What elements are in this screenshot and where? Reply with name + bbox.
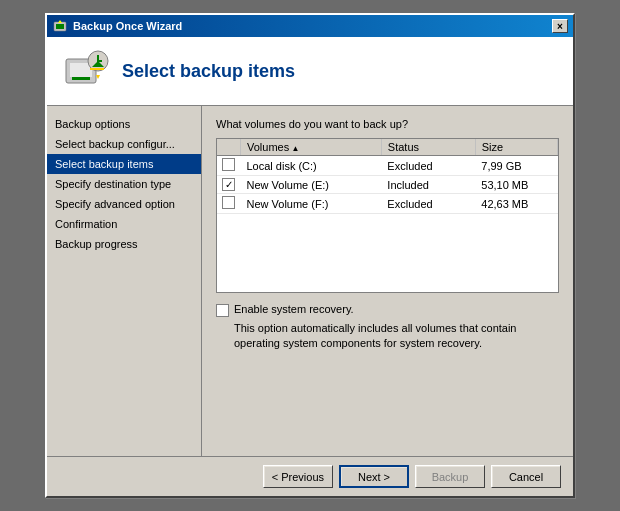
- footer: < Previous Next > Backup Cancel: [47, 456, 573, 496]
- sidebar-item-specify-destination[interactable]: Specify destination type: [47, 174, 201, 194]
- row1-checkbox[interactable]: [222, 158, 235, 171]
- cancel-button[interactable]: Cancel: [491, 465, 561, 488]
- previous-button[interactable]: < Previous: [263, 465, 333, 488]
- row3-checkbox[interactable]: [222, 196, 235, 209]
- row2-volume: New Volume (E:): [240, 176, 381, 194]
- title-bar-icon: [52, 18, 68, 34]
- table-row: ✓ New Volume (E:) Included 53,10 MB: [217, 176, 558, 194]
- row1-size: 7,99 GB: [475, 156, 557, 176]
- row3-size: 42,63 MB: [475, 194, 557, 214]
- system-recovery-checkbox[interactable]: [216, 304, 229, 317]
- wizard-header: Select backup items: [47, 37, 573, 106]
- sidebar: Backup options Select backup configur...…: [47, 106, 202, 456]
- system-recovery-label: Enable system recovery.: [234, 303, 354, 315]
- row2-checkbox-cell[interactable]: ✓: [217, 176, 240, 194]
- sidebar-item-confirmation[interactable]: Confirmation: [47, 214, 201, 234]
- wizard-header-title: Select backup items: [122, 61, 295, 82]
- backup-button[interactable]: Backup: [415, 465, 485, 488]
- system-recovery-section: Enable system recovery.: [216, 303, 559, 317]
- row2-checkbox[interactable]: ✓: [222, 178, 235, 191]
- row3-volume: New Volume (F:): [240, 194, 381, 214]
- row1-status: Excluded: [381, 156, 475, 176]
- table-row: Local disk (C:) Excluded 7,99 GB: [217, 156, 558, 176]
- wizard-header-icon: [62, 47, 110, 95]
- svg-rect-5: [72, 77, 90, 80]
- next-button[interactable]: Next >: [339, 465, 409, 488]
- col-status-header: Status: [381, 139, 475, 156]
- main-content: What volumes do you want to back up? Vol…: [202, 106, 573, 456]
- volumes-table: Volumes Status Size Local disk (C:): [217, 139, 558, 214]
- wizard-body: Backup options Select backup configur...…: [47, 106, 573, 456]
- volumes-table-container: Volumes Status Size Local disk (C:): [216, 138, 559, 293]
- row1-volume: Local disk (C:): [240, 156, 381, 176]
- wizard-window: Backup Once Wizard × Select backup items…: [45, 13, 575, 498]
- sidebar-item-select-backup-items[interactable]: Select backup items: [47, 154, 201, 174]
- table-row: New Volume (F:) Excluded 42,63 MB: [217, 194, 558, 214]
- question-text: What volumes do you want to back up?: [216, 118, 559, 130]
- system-recovery-description: This option automatically includes all v…: [234, 321, 559, 352]
- row3-checkbox-cell[interactable]: [217, 194, 240, 214]
- sidebar-item-select-backup-config[interactable]: Select backup configur...: [47, 134, 201, 154]
- svg-rect-1: [56, 24, 64, 29]
- sidebar-item-specify-advanced[interactable]: Specify advanced option: [47, 194, 201, 214]
- title-bar-title: Backup Once Wizard: [73, 20, 182, 32]
- title-bar: Backup Once Wizard ×: [47, 15, 573, 37]
- row1-checkbox-cell[interactable]: [217, 156, 240, 176]
- title-bar-left: Backup Once Wizard: [52, 18, 182, 34]
- row2-size: 53,10 MB: [475, 176, 557, 194]
- row2-status: Included: [381, 176, 475, 194]
- row3-status: Excluded: [381, 194, 475, 214]
- close-button[interactable]: ×: [552, 19, 568, 33]
- sidebar-item-backup-progress[interactable]: Backup progress: [47, 234, 201, 254]
- col-volume-header[interactable]: Volumes: [240, 139, 381, 156]
- col-checkbox-header: [217, 139, 240, 156]
- col-size-header: Size: [475, 139, 557, 156]
- sidebar-item-backup-options[interactable]: Backup options: [47, 114, 201, 134]
